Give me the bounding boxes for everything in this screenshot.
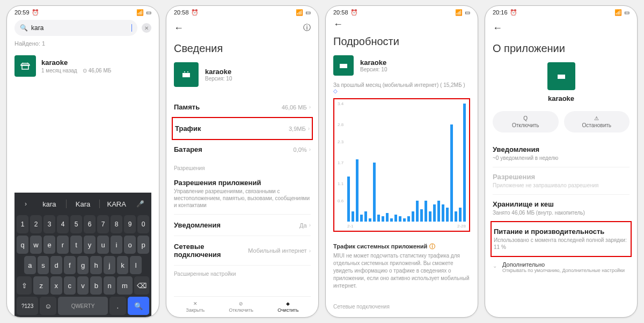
key-n[interactable]: n [104, 276, 115, 295]
stop-button[interactable]: ⚠Остановить [564, 111, 630, 133]
key-5[interactable]: 5 [70, 215, 82, 233]
chart-bar [433, 204, 436, 222]
action-close[interactable]: ✕Закрыть [186, 301, 205, 313]
extra-sub: Открывать по умолчанию, Дополнительные н… [502, 268, 625, 273]
key-e[interactable]: e [43, 236, 55, 254]
stop-label: Остановить [582, 122, 611, 128]
search-input-container[interactable]: 🔍 [14, 20, 137, 36]
chart-bar [352, 211, 354, 222]
key-x[interactable]: x [50, 276, 62, 295]
key-i[interactable]: i [111, 236, 122, 254]
suggestion[interactable]: Kara [69, 197, 98, 211]
key-3[interactable]: 3 [43, 215, 55, 233]
y-tick: 2.3 [338, 140, 343, 144]
info-icon[interactable]: ⓘ [303, 23, 311, 33]
back-button[interactable]: ← [333, 19, 343, 30]
key-a[interactable]: a [24, 256, 36, 274]
result-app-name: karaoke [41, 58, 151, 67]
key-y[interactable]: y [84, 236, 96, 254]
space-key[interactable]: QWERTY [58, 297, 108, 315]
key-h[interactable]: h [90, 256, 102, 274]
expand-suggestions-button[interactable]: › [19, 197, 33, 211]
app-name: karaoke [360, 58, 387, 67]
key-b[interactable]: b [90, 276, 102, 295]
chart-bar [347, 177, 350, 222]
key-c[interactable]: c [64, 276, 76, 295]
mobile-internet-row[interactable]: Мобильный интернет [333, 312, 470, 317]
symbols-key[interactable]: ?123 [17, 297, 38, 315]
app-icon [547, 62, 575, 90]
key-m[interactable]: m [117, 276, 132, 295]
key-p[interactable]: p [137, 236, 149, 254]
detail-row-Память[interactable]: Память46,06 МБ› [174, 97, 311, 118]
clear-search-button[interactable]: ✕ [142, 23, 151, 33]
permissions-row[interactable]: Разрешения приложений Управление разреше… [174, 173, 311, 215]
disable-button[interactable]: QОтключить [493, 111, 559, 133]
shift-key[interactable]: ⇧ [17, 276, 32, 295]
key-s[interactable]: s [38, 256, 49, 274]
key-4[interactable]: 4 [57, 215, 69, 233]
app-icon [14, 55, 36, 77]
detail-row-Батарея[interactable]: Батарея0,0%› [174, 139, 311, 160]
search-input[interactable] [31, 24, 128, 32]
voice-input-button[interactable]: 🎤 [133, 197, 147, 211]
network-label: Сетевые подключения [174, 243, 233, 259]
key-7[interactable]: 7 [97, 215, 109, 233]
period-key[interactable]: . [109, 297, 126, 315]
app-version: Версия: 10 [360, 67, 387, 72]
key-u[interactable]: u [97, 236, 109, 254]
chart-bar [459, 208, 462, 222]
notifications-row[interactable]: Уведомления ~0 уведомлений в неделю [493, 140, 630, 167]
key-t[interactable]: t [70, 236, 82, 254]
app-icon [333, 55, 354, 76]
key-k[interactable]: k [117, 256, 129, 274]
additional-row[interactable]: ⌄ Дополнительно Открывать по умолчанию, … [493, 256, 630, 278]
back-button[interactable]: ← [174, 23, 184, 34]
chevron-right-icon: › [309, 248, 311, 254]
bottom-actions: ✕Закрыть⊘Отключить◆Очистить [174, 296, 311, 317]
clock: 20:16 [493, 9, 508, 16]
key-o[interactable]: o [124, 236, 136, 254]
action-clear[interactable]: ◆Очистить [277, 301, 298, 313]
close-icon: ✕ [193, 301, 197, 306]
key-z[interactable]: z [33, 276, 48, 295]
search-result-row[interactable]: karaoke 1 месяц назад ⊙46,06 МБ [14, 52, 151, 80]
disable-icon: ⊘ [239, 301, 243, 306]
action-disable[interactable]: ⊘Отключить [229, 301, 253, 313]
key-8[interactable]: 8 [111, 215, 122, 233]
detail-row-Трафик[interactable]: Трафик3,9МБ› [172, 117, 313, 140]
notifications-row[interactable]: Уведомления Да› [174, 215, 311, 236]
chart-bar [377, 215, 380, 222]
back-button[interactable]: ← [493, 23, 502, 34]
app-name: karaoke [548, 94, 574, 102]
chart-bar [373, 163, 376, 222]
key-1[interactable]: 1 [17, 215, 28, 233]
key-l[interactable]: l [130, 256, 142, 274]
search-key[interactable]: 🔍 [128, 297, 149, 315]
suggestion[interactable]: kara [35, 197, 64, 211]
page-title: Сведения [174, 42, 311, 55]
suggestion[interactable]: KARA [102, 197, 131, 211]
chevron-right-icon: › [309, 104, 311, 110]
key-g[interactable]: g [77, 256, 89, 274]
key-f[interactable]: f [64, 256, 76, 274]
storage-row[interactable]: Хранилище и кеш Занято 46,06 МБ (внутр. … [493, 195, 630, 222]
key-9[interactable]: 9 [124, 215, 136, 233]
key-0[interactable]: 0 [137, 215, 149, 233]
key-j[interactable]: j [104, 256, 115, 274]
key-v[interactable]: v [77, 276, 89, 295]
chart-bar [386, 213, 389, 222]
key-d[interactable]: d [50, 256, 62, 274]
power-row[interactable]: Питание и производительность Использован… [491, 221, 632, 257]
key-6[interactable]: 6 [84, 215, 96, 233]
emoji-key[interactable]: ☺ [40, 297, 56, 315]
notifications-label: Уведомления [174, 221, 221, 229]
key-w[interactable]: w [30, 236, 42, 254]
extra-label: Дополнительно [502, 261, 625, 268]
key-r[interactable]: r [57, 236, 69, 254]
key-q[interactable]: q [17, 236, 28, 254]
backspace-key[interactable]: ⌫ [134, 276, 149, 295]
traffic-filter-dropdown[interactable]: За прошлый месяц (мобильный интернет) ( … [333, 82, 470, 94]
key-2[interactable]: 2 [30, 215, 42, 233]
network-row[interactable]: Сетевые подключения Мобильный интернет› [174, 236, 311, 266]
